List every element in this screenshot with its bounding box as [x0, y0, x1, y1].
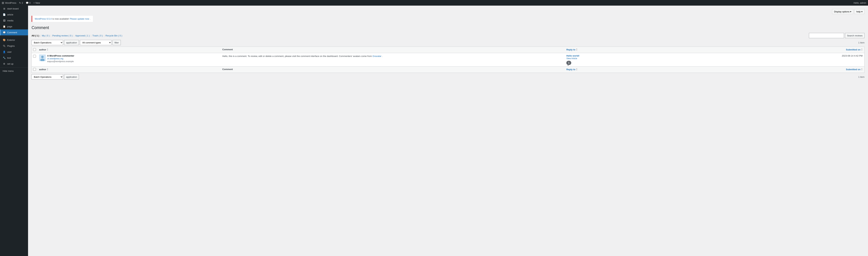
toolbar-row-bottom: Batch Operations application 1 item [32, 73, 865, 81]
hide-menu-button[interactable]: Hide menu [0, 68, 28, 74]
sidebar-label-setup: set up [7, 63, 13, 65]
display-chevron-icon: ▾ [850, 10, 851, 13]
sidebar-item-article[interactable]: 📄 article [0, 11, 28, 17]
sep3: | [73, 34, 74, 37]
sidebar-item-comment[interactable]: 💬 Comment [0, 29, 28, 35]
comment-cell: Hello, this is a comment. To review, edi… [220, 53, 565, 67]
update-end-text: . [90, 17, 91, 20]
footer-submitted-sort-arrows: ▲▼ [861, 68, 863, 71]
footer-author-sort[interactable]: author ▲▼ [39, 68, 219, 71]
user-icon: 👤 [3, 50, 6, 53]
comment-type-select[interactable]: All comment types [80, 40, 112, 45]
updates-item[interactable]: ↻ 2 [19, 2, 23, 4]
wp-icon: ⊞ [2, 1, 4, 5]
author-info: A WordPress commenter cn.wordpress.org w… [47, 54, 74, 63]
select-all-checkbox[interactable] [33, 48, 36, 51]
header-author: author ▲▼ [37, 47, 220, 53]
search-section: Search reviews [809, 33, 865, 38]
filter-links: All ( 1 ) | My ( 0 ) | Pending review ( … [32, 34, 122, 37]
author-sort[interactable]: author ▲▼ [39, 48, 219, 51]
author-email: wapuu@wordpress.example [47, 60, 74, 63]
item-count-top: 1 item [858, 41, 865, 44]
comment-bubble-badge: 1 [566, 61, 571, 65]
plugins-icon: 🔌 [3, 44, 6, 47]
sidebar-item-user[interactable]: 👤 user [0, 49, 28, 55]
sep2: | [51, 34, 51, 37]
apply-button-bottom[interactable]: application [64, 74, 79, 79]
update-mid-text: is now available! [53, 17, 69, 20]
item-count-bottom: 1 item [858, 76, 865, 78]
sidebar-item-plugins[interactable]: 🔌 Plugins [0, 43, 28, 49]
author-site-link[interactable]: cn.wordpress.org [47, 58, 74, 60]
header-submitted: Submitted on ▲▼ [714, 47, 864, 53]
page-icon: 📋 [3, 25, 6, 28]
sidebar-item-media[interactable]: 🖼 media [0, 17, 28, 24]
new-item[interactable]: + New [33, 2, 40, 4]
sidebar-label-article: article [7, 13, 13, 16]
update-icon: ↻ [19, 2, 21, 4]
submitted-date: 2023-08-14 4:42 PM [842, 54, 863, 57]
batch-operations-select-top[interactable]: Batch Operations [32, 40, 63, 45]
filter-button[interactable]: filter [113, 40, 121, 45]
header-checkbox-cell [32, 47, 37, 53]
toolbar-left-top: Batch Operations application All comment… [32, 40, 121, 45]
topbar: ⊞ WordPress ↻ 2 💬 0 + New Hello, admin [0, 0, 868, 6]
sidebar-item-exterior[interactable]: 🎨 Exterior [0, 37, 28, 43]
comment-body: Hello, this is a comment. To review, edi… [222, 55, 372, 58]
replyto-sort[interactable]: Reply to ▲▼ [566, 48, 713, 51]
gravatar-link[interactable]: Gravatar [372, 55, 381, 58]
update-version-link[interactable]: WordPress 6.5.4 [35, 17, 52, 20]
filter-approved[interactable]: Approved ( 1 ) [75, 34, 90, 37]
header-replyto: Reply to ▲▼ [565, 47, 714, 53]
comments-table: author ▲▼ Comment Reply to ▲▼ Submitted … [32, 46, 865, 73]
sidebar-item-tool[interactable]: 🔧 tool [0, 55, 28, 61]
avatar [39, 54, 46, 61]
table-footer-header-row: author ▲▼ Comment Reply to ▲▼ Submitted … [32, 67, 865, 73]
sidebar-label-user: user [7, 50, 11, 53]
new-label: New [35, 2, 40, 4]
replyto-cell: Hello world! View Article 1 [565, 53, 714, 67]
display-options-button[interactable]: Display options ▾ [832, 9, 853, 14]
update-now-link[interactable]: Please update now [70, 17, 89, 20]
wp-logo-item[interactable]: ⊞ WordPress [2, 1, 16, 5]
help-chevron-icon: ▾ [861, 10, 863, 13]
filter-my[interactable]: My ( 0 ) [42, 34, 50, 37]
sidebar-label-page: page [7, 25, 12, 28]
author-header-label: author [39, 48, 46, 51]
tool-icon: 🔧 [3, 56, 6, 59]
sidebar-label-media: media [7, 19, 13, 22]
filter-pending[interactable]: Pending review ( 0 ) [52, 34, 72, 37]
sidebar-item-setup[interactable]: ⚙ set up [0, 61, 28, 67]
sidebar-item-dashboard[interactable]: ⊞ dash board [0, 6, 28, 11]
sidebar-divider-2 [0, 67, 28, 68]
table-header-row: author ▲▼ Comment Reply to ▲▼ Submitted … [32, 47, 865, 53]
footer-submitted-sort[interactable]: Submitted on ▲▼ [716, 68, 863, 71]
footer-submitted-label: Submitted on [846, 68, 861, 71]
footer-replyto-sort[interactable]: Reply to ▲▼ [566, 68, 713, 71]
apply-button-top[interactable]: application [64, 40, 79, 45]
submitted-sort[interactable]: Submitted on ▲▼ [716, 48, 863, 51]
comments-item[interactable]: 💬 0 [26, 2, 31, 4]
search-button[interactable]: Search reviews [845, 33, 865, 38]
filter-all[interactable]: All ( 1 ) [32, 34, 39, 37]
author-cell-inner: A WordPress commenter cn.wordpress.org w… [39, 54, 219, 63]
dashboard-icon: ⊞ [3, 7, 6, 10]
footer-replyto-label: Reply to [566, 68, 575, 71]
row-select-checkbox[interactable] [33, 55, 36, 58]
page-title: Comment [32, 25, 865, 30]
sep5: | [104, 34, 104, 37]
sidebar-item-page[interactable]: 📋 page [0, 24, 28, 29]
search-input[interactable] [809, 33, 844, 38]
batch-operations-select-bottom[interactable]: Batch Operations [32, 74, 63, 79]
avatar-image [39, 54, 46, 61]
filter-recycle[interactable]: Recycle Bin ( 0 ) [105, 34, 122, 37]
replyto-title-link[interactable]: Hello world! [566, 54, 579, 57]
author-sort-arrows: ▲▼ [47, 48, 48, 51]
help-button[interactable]: help ▾ [854, 9, 865, 14]
select-all-bottom-checkbox[interactable] [33, 68, 36, 71]
view-article-link[interactable]: View Article [566, 57, 577, 60]
display-help-bar: Display options ▾ help ▾ [32, 9, 865, 14]
author-name: A WordPress commenter [47, 54, 74, 57]
filter-trash[interactable]: Trash ( 0 ) [92, 34, 103, 37]
svg-point-1 [41, 56, 44, 58]
